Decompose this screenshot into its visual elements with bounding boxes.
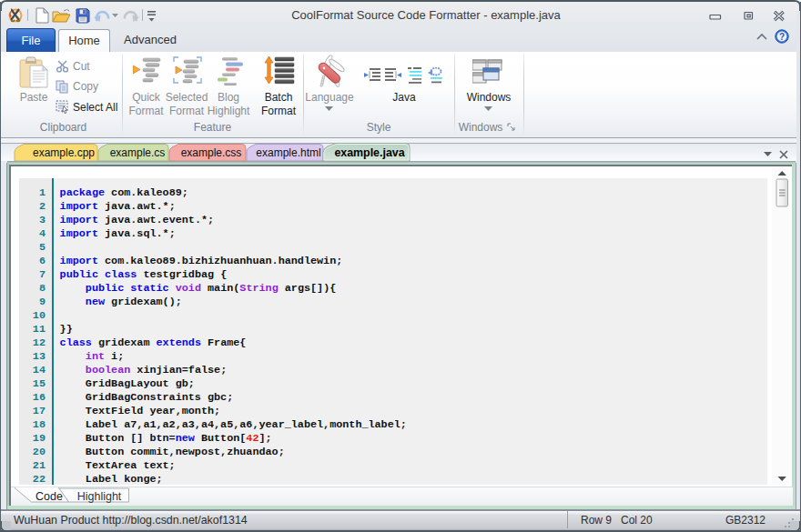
- svg-text:Highlight: Highlight: [77, 490, 122, 503]
- svg-text:example.cs: example.cs: [110, 146, 166, 159]
- svg-text:?: ?: [779, 32, 785, 42]
- svg-text:example.java: example.java: [334, 146, 404, 159]
- svg-text:example.css: example.css: [181, 146, 242, 159]
- svg-text:example.html: example.html: [256, 146, 320, 159]
- svg-text:Code: Code: [35, 490, 63, 503]
- svg-text:example.cpp: example.cpp: [33, 146, 95, 159]
